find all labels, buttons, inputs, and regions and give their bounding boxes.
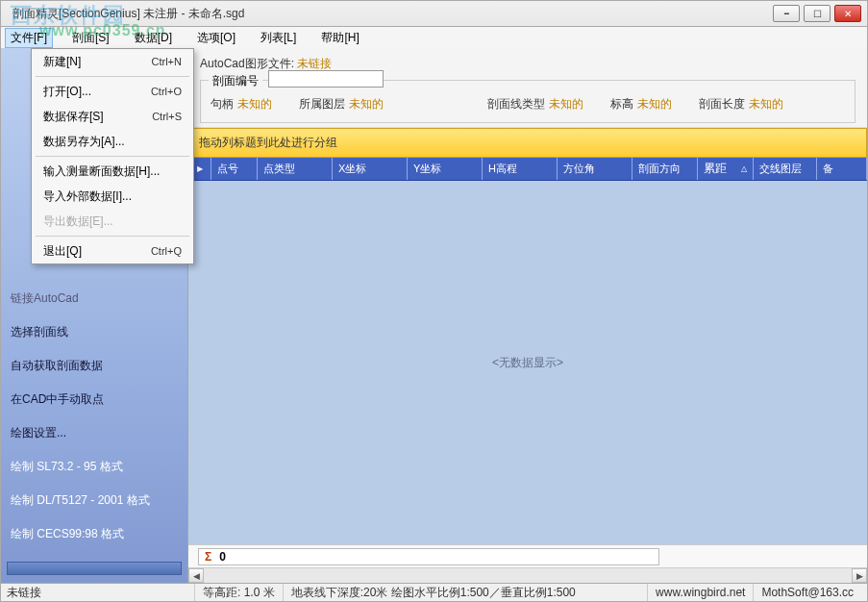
menu-separator (36, 236, 189, 237)
menu-item-import[interactable]: 导入外部数据[I]... (32, 184, 193, 209)
menu-item-saveas-label: 数据另存为[A]... (43, 134, 125, 150)
handle-label: 句柄 (211, 96, 234, 113)
file-menu-dropdown: 新建[N]Ctrl+N 打开[O]...Ctrl+O 数据保存[S]Ctrl+S… (31, 48, 194, 264)
menu-file[interactable]: 文件[F] (5, 28, 53, 48)
autocad-file-label: AutoCad图形文件: (200, 57, 294, 70)
sidebar-item-manual-point[interactable]: 在CAD中手动取点 (5, 389, 184, 410)
status-email: MothSoft@163.cc (753, 584, 861, 601)
menu-item-export: 导出数据[E]... (32, 209, 193, 234)
grid-group-hint[interactable]: 拖动列标题到此处进行分组 (188, 128, 867, 158)
grid-col-intersectlayer[interactable]: 交线图层 (754, 158, 817, 180)
grid-h-scrollbar[interactable]: ◀ ▶ (188, 567, 867, 583)
status-scale: 地表线下深度:20米 绘图水平比例1:500／垂直比例1:500 (283, 584, 647, 601)
menu-item-exit-label: 退出[Q] (43, 243, 82, 260)
sidebar-item-select-section[interactable]: 选择剖面线 (5, 322, 184, 342)
handle-value: 未知的 (237, 96, 272, 113)
menu-options[interactable]: 选项[O] (191, 28, 241, 48)
grid-body[interactable]: <无数据显示> (188, 181, 867, 544)
sidebar-item-plot-settings[interactable]: 绘图设置... (5, 423, 184, 443)
length-value: 未知的 (749, 96, 783, 113)
maximize-button[interactable] (804, 5, 831, 22)
chevron-right-icon: ▶ (197, 164, 203, 173)
grid-col-x[interactable]: X坐标 (333, 158, 408, 180)
grid-col-remark[interactable]: 备 (817, 158, 867, 180)
grid-col-azimuth[interactable]: 方位角 (558, 158, 632, 180)
sidebar-item-auto-extract[interactable]: 自动获取剖面数据 (5, 356, 184, 376)
scroll-track[interactable] (204, 568, 852, 583)
sigma-icon: Σ (205, 550, 211, 564)
menu-item-input-survey[interactable]: 输入测量断面数据[H]... (32, 159, 193, 184)
menu-item-exit[interactable]: 退出[Q]Ctrl+Q (32, 238, 193, 263)
menu-item-new[interactable]: 新建[N]Ctrl+N (32, 49, 193, 74)
menu-item-open[interactable]: 打开[O]...Ctrl+O (32, 79, 193, 104)
autocad-file-value: 未链接 (297, 57, 332, 70)
sidebar-item-fmt-dlt5127[interactable]: 绘制 DL/T5127 - 2001 格式 (5, 490, 184, 511)
status-contour: 等高距: 1.0 米 (194, 584, 283, 601)
sort-asc-icon: △ (741, 164, 747, 173)
info-bar: AutoCad图形文件: 未链接 剖面编号 句柄未知的 所属图层未知的 剖面线类… (188, 48, 867, 128)
window-title: 剖面精灵[SectionGenius] 未注册 - 未命名.sgd (12, 6, 244, 22)
section-fieldset: 剖面编号 句柄未知的 所属图层未知的 剖面线类型未知的 标高未知的 剖面长度未知… (200, 80, 856, 123)
menu-item-new-label: 新建[N] (43, 54, 81, 70)
elev-label: 标高 (610, 96, 633, 113)
menu-item-import-label: 导入外部数据[I]... (43, 188, 132, 205)
menu-item-open-acc: Ctrl+O (151, 86, 182, 97)
main-panel: AutoCad图形文件: 未链接 剖面编号 句柄未知的 所属图层未知的 剖面线类… (188, 48, 867, 583)
grid-empty-text: <无数据显示> (492, 355, 563, 371)
menu-help[interactable]: 帮助[H] (315, 28, 364, 48)
menu-item-saveas[interactable]: 数据另存为[A]... (32, 129, 193, 154)
elev-value: 未知的 (637, 96, 672, 113)
status-website: www.wingbird.net (647, 584, 753, 601)
grid-sum-value: 0 (219, 550, 226, 564)
type-label: 剖面线类型 (487, 96, 545, 113)
menu-section[interactable]: 剖面[S] (66, 28, 115, 48)
grid-col-direction[interactable]: 剖面方向 (632, 158, 698, 180)
length-label: 剖面长度 (699, 96, 745, 113)
menu-item-open-label: 打开[O]... (43, 84, 91, 100)
menu-separator (36, 156, 189, 157)
statusbar: 未链接 等高距: 1.0 米 地表线下深度:20米 绘图水平比例1:500／垂直… (0, 583, 868, 602)
grid-col-sumdist[interactable]: 累距△ (698, 158, 754, 180)
grid-col-pointtype[interactable]: 点类型 (258, 158, 333, 180)
menu-list[interactable]: 列表[L] (255, 28, 302, 48)
menu-item-save[interactable]: 数据保存[S]Ctrl+S (32, 104, 193, 129)
menu-item-save-label: 数据保存[S] (43, 109, 104, 125)
sidebar-item-link-autocad[interactable]: 链接AutoCad (5, 288, 184, 309)
window-buttons (773, 5, 861, 22)
section-no-label: 剖面编号 (209, 73, 262, 89)
sidebar-item-fmt-cecs99[interactable]: 绘制 CECS99:98 格式 (5, 524, 184, 544)
menu-item-new-acc: Ctrl+N (152, 56, 182, 67)
menu-item-exit-acc: Ctrl+Q (151, 245, 182, 257)
layer-value: 未知的 (349, 96, 384, 113)
sidebar-item-fmt-sl73[interactable]: 绘制 SL73.2 - 95 格式 (5, 457, 184, 477)
sidebar-footer-bar (7, 562, 182, 575)
window-titlebar: 西东软件园 www.pc0359.cn 剖面精灵[SectionGenius] … (0, 0, 868, 27)
menu-data[interactable]: 数据[D] (129, 28, 178, 48)
menu-item-save-acc: Ctrl+S (152, 111, 182, 122)
grid-footer: Σ 0 (188, 544, 867, 567)
scroll-left-button[interactable]: ◀ (188, 568, 204, 583)
menu-separator (36, 76, 189, 77)
grid-col-sumdist-label: 累距 (704, 161, 727, 177)
grid-sum-box: Σ 0 (198, 548, 659, 565)
grid-col-y[interactable]: Y坐标 (408, 158, 483, 180)
grid-header: ▶ 点号 点类型 X坐标 Y坐标 H高程 方位角 剖面方向 累距△ 交线图层 备 (188, 158, 867, 181)
grid-col-h[interactable]: H高程 (483, 158, 558, 180)
status-link: 未链接 (7, 584, 194, 601)
type-value: 未知的 (549, 96, 583, 113)
minimize-button[interactable] (773, 5, 800, 22)
close-button[interactable] (834, 5, 861, 22)
menu-item-input-label: 输入测量断面数据[H]... (43, 163, 160, 180)
grid-col-pointno[interactable]: 点号 (211, 158, 258, 180)
menu-item-export-label: 导出数据[E]... (43, 213, 113, 230)
section-no-input[interactable] (268, 70, 384, 88)
scroll-right-button[interactable]: ▶ (852, 568, 867, 583)
menubar: 文件[F] 剖面[S] 数据[D] 选项[O] 列表[L] 帮助[H] (0, 27, 868, 48)
layer-label: 所属图层 (299, 96, 345, 113)
